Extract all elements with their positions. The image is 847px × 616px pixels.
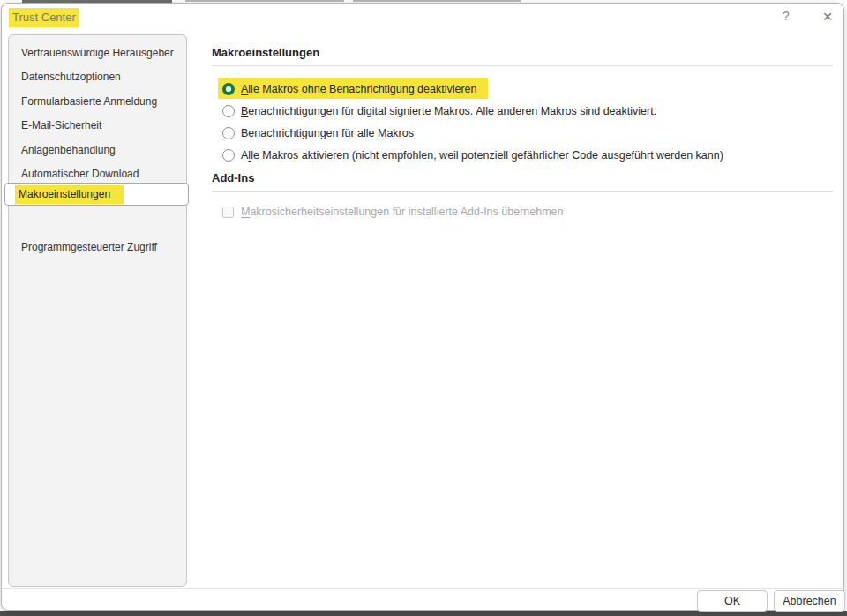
radio-unselected-icon[interactable]: [222, 149, 235, 162]
section-divider: [212, 191, 833, 192]
sidebar-item-label: Makroeinstellungen: [19, 188, 110, 200]
sidebar-item-vertrauenswuerdige-herausgeber[interactable]: Vertrauenswürdige Herausgeber: [9, 41, 186, 65]
checkbox-macro-settings-addins: Makrosicherheitseinstellungen für instal…: [222, 205, 564, 219]
radio-selected-icon[interactable]: [222, 83, 235, 95]
sidebar-item-programmgesteuerter-zugriff[interactable]: Programmgesteuerter Zugriff: [9, 235, 186, 259]
sidebar: Vertrauenswürdige Herausgeber Datenschut…: [8, 34, 187, 587]
radio-option-enable-all-macros[interactable]: Alle Makros aktivieren (nicht empfohlen,…: [222, 144, 723, 166]
radio-option-notify-signed-macros[interactable]: Benachrichtigungen für digital signierte…: [222, 100, 656, 122]
radio-option-notify-all-macros[interactable]: Benachrichtigungen für alle Makros: [222, 122, 414, 144]
footer-divider: [3, 588, 844, 589]
sidebar-item-email-sicherheit[interactable]: E-Mail-Sicherheit: [9, 114, 186, 139]
ok-button[interactable]: OK: [697, 590, 768, 612]
section-heading-add-ins: Add-Ins: [212, 171, 254, 184]
sidebar-item-makroeinstellungen[interactable]: Makroeinstellungen: [4, 183, 189, 206]
radio-option-label: Alle Makros aktivieren (nicht empfohlen,…: [241, 149, 723, 162]
radio-option-label: Benachrichtigungen für alle Makros: [241, 127, 414, 139]
background-window-fragment: [185, 0, 344, 2]
background-window-fragment: [353, 0, 521, 2]
section-divider: [212, 65, 833, 66]
radio-unselected-icon[interactable]: [222, 105, 235, 117]
trust-center-dialog: Trust Center ? × Vertrauenswürdige Herau…: [1, 3, 844, 611]
radio-option-disable-all-macros[interactable]: Alle Makros ohne Benachrichtigung deakti…: [222, 78, 477, 100]
radio-option-label: Benachrichtigungen für digital signierte…: [241, 105, 656, 117]
section-heading-makroeinstellungen: Makroeinstellungen: [212, 46, 319, 59]
radio-option-label: Alle Makros ohne Benachrichtigung deakti…: [241, 83, 477, 95]
cancel-button[interactable]: Abbrechen: [774, 590, 845, 612]
sidebar-item-datenschutzoptionen[interactable]: Datenschutzoptionen: [9, 65, 186, 90]
checkbox-label: Makrosicherheitseinstellungen für instal…: [241, 206, 564, 218]
dialog-title: Trust Center: [12, 11, 76, 24]
main-panel: Makroeinstellungen Alle Makros ohne Bena…: [212, 4, 833, 586]
checkbox-unchecked-icon: [222, 207, 234, 218]
radio-unselected-icon[interactable]: [222, 127, 235, 139]
sidebar-item-anlagenbehandlung[interactable]: Anlagenbehandlung: [9, 138, 186, 162]
sidebar-item-formularbasierte-anmeldung[interactable]: Formularbasierte Anmeldung: [9, 89, 186, 114]
